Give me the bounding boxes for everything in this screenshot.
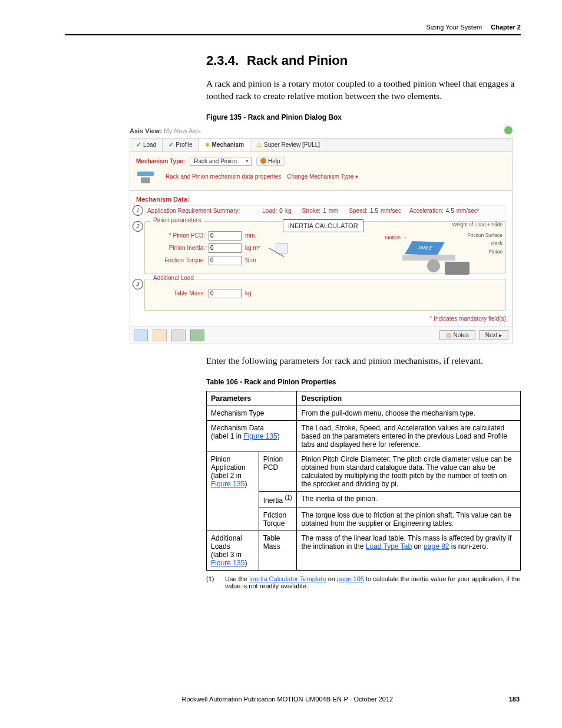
cell-mech-type-desc: From the pull-down menu, choose the mech… — [297, 406, 521, 420]
header-chapter: Chapter 2 — [491, 24, 521, 31]
callout-bullet-2: 2 — [133, 221, 143, 232]
cell-pinion-pcd-desc: Pinion Pitch Circle Diameter. The pitch … — [297, 452, 521, 491]
footnote-text: Use the Inertia Calculator Template on p… — [225, 575, 521, 589]
section-title: Rack and Pinion — [247, 53, 348, 68]
pcd-input[interactable] — [209, 231, 242, 241]
inertia-calc-button[interactable] — [276, 243, 287, 253]
dia-pinion — [427, 259, 440, 272]
notes-icon: ▤ — [446, 332, 451, 338]
table-mass-label: Table Mass: — [151, 290, 205, 297]
dia-motor — [445, 262, 470, 275]
addload-legend: Additional Load — [151, 275, 196, 281]
toolbar-icon-3[interactable] — [171, 330, 186, 341]
dia-label-pinion: Pinion — [488, 249, 503, 255]
footer-publication: Rockwell Automation Publication MOTION-U… — [181, 696, 393, 703]
table-caption: Table 106 - Rack and Pinion Properties — [206, 378, 521, 386]
tabs-bar: ✓Load ✓Profile ✱Mechanism ⚠Super Review … — [130, 138, 513, 152]
properties-table: Parameters Description Mechanism Type Fr… — [206, 391, 521, 571]
inertia-template-link[interactable]: Inertia Calculator Template — [249, 575, 326, 582]
mech-type-select[interactable]: Rack and Pinion — [190, 157, 252, 166]
friction-torque-unit: N-m — [245, 257, 269, 263]
pinion-legend: Pinion parameters — [151, 217, 203, 223]
toolbar-icon-4[interactable] — [190, 330, 204, 341]
mech-type-label: Mechanism Type: — [136, 158, 185, 164]
footer-page-number: 183 — [509, 696, 520, 703]
page-header: Sizing Your System Chapter 2 — [65, 24, 521, 35]
axis-view-label: Axis View: — [130, 127, 162, 134]
mandatory-note: * Indicates mandatory field(s) — [136, 315, 506, 322]
page-82-link[interactable]: page 82 — [424, 542, 449, 551]
section-heading: 2.3.4.Rack and Pinion — [206, 53, 521, 68]
dia-label-weight: Weight of Load + Slide — [452, 222, 503, 228]
load-type-tab-link[interactable]: Load Type Tab — [366, 542, 412, 551]
cell-pinion-app: Pinion Application (label 2 in Figure 13… — [207, 452, 259, 531]
requirement-summary-row: Application Requirement Summary: Load: 0… — [144, 205, 506, 216]
cell-mech-data-desc: The Load, Stroke, Speed, and Acceleratio… — [297, 420, 521, 452]
cell-friction-torque-desc: The torque loss due to friction at the p… — [297, 508, 521, 531]
pcd-label: * Pinion PCD: — [151, 232, 205, 239]
tab-mechanism[interactable]: ✱Mechanism — [199, 139, 250, 151]
tab-load[interactable]: ✓Load — [130, 139, 163, 151]
warn-icon: ⚠ — [256, 141, 262, 148]
notes-button[interactable]: ▤Notes — [439, 330, 475, 340]
inertia-calc-callout: INERTIA CALCULATOR — [283, 219, 363, 232]
figure135-link-3[interactable]: Figure 135 — [211, 559, 244, 567]
intro-paragraph: A rack and pinion is a rotary motor coup… — [206, 78, 521, 103]
cell-pinion-pcd: Pinion PCD — [259, 452, 297, 491]
axis-view-row: Axis View: My New Axis — [130, 126, 513, 136]
mechanism-data-panel: Mechanism Data: 1 Application Requiremen… — [130, 191, 513, 327]
toolbar-icon-1[interactable] — [134, 330, 148, 341]
dia-label-rack: Rack — [491, 241, 503, 246]
inertia-unit: kg·m² — [245, 245, 269, 251]
cell-table-mass-desc: The mass of the linear load table. This … — [297, 531, 521, 570]
figure135-link-2[interactable]: Figure 135 — [211, 480, 244, 488]
cell-mech-type: Mechanism Type — [207, 406, 297, 420]
table-mass-unit: kg — [245, 290, 269, 297]
mech-data-heading: Mechanism Data: — [136, 196, 506, 203]
mech-desc: Rack and Pinion mechanism data propertie… — [166, 173, 281, 180]
pinion-parameters-group: Pinion parameters INERTIA CALCULATOR Mot… — [144, 221, 506, 274]
cell-friction-torque: Friction Torque — [259, 508, 297, 531]
page-105-link[interactable]: page 105 — [337, 575, 364, 582]
pcd-unit: mm — [245, 232, 269, 239]
inertia-label: Pinion Inertia: — [151, 245, 205, 251]
help-bubble-icon — [260, 158, 266, 164]
additional-load-group: Additional Load Table Mass: kg — [144, 279, 506, 311]
figure-caption: Figure 135 - Rack and Pinion Dialog Box — [206, 113, 521, 121]
table-mass-input[interactable] — [209, 289, 242, 298]
cell-inertia-desc: The inertia of the pinion. — [297, 491, 521, 508]
toolbar-icon-2[interactable] — [153, 330, 167, 341]
friction-torque-label: Friction Torque: — [151, 257, 205, 263]
footnote-num: (1) — [206, 575, 219, 589]
next-button[interactable]: Next ▸ — [479, 330, 508, 340]
dialog-screenshot: Axis View: My New Axis ✓Load ✓Profile ✱M… — [130, 126, 513, 344]
mechanism-panel: Mechanism Type: Rack and Pinion Help Rac… — [130, 152, 513, 191]
friction-torque-input[interactable] — [209, 256, 242, 265]
page-footer: Rockwell Automation Publication MOTION-U… — [65, 696, 521, 703]
after-shot-paragraph: Enter the following parameters for rack … — [206, 355, 521, 367]
header-section: Sizing Your System — [426, 24, 482, 31]
help-button[interactable]: Help — [256, 157, 285, 166]
callout-bullet-3: 3 — [133, 279, 143, 289]
check-icon: ✓ — [136, 141, 141, 148]
change-mech-type-link[interactable]: Change Mechanism Type — [287, 173, 358, 180]
check-icon: ✓ — [168, 141, 173, 148]
figure135-link[interactable]: Figure 135 — [243, 432, 277, 440]
callout-bullet-1: 1 — [133, 205, 143, 216]
bottom-toolbar: ▤Notes Next ▸ — [130, 327, 513, 344]
summary-label: Application Requirement Summary: — [147, 207, 240, 214]
section-number: 2.3.4. — [206, 53, 239, 68]
mechanism-icon — [136, 169, 160, 185]
cell-inertia: Inertia (1) — [259, 491, 297, 508]
dia-table: TABLE — [405, 241, 445, 255]
toolbar-icons — [134, 330, 204, 341]
inertia-input[interactable] — [209, 243, 242, 253]
cell-mech-data: Mechanism Data (label 1 in Figure 135) — [207, 420, 297, 452]
tab-super-review[interactable]: ⚠Super Review [FULL] — [250, 139, 326, 151]
th-description: Description — [297, 391, 521, 406]
tab-profile[interactable]: ✓Profile — [163, 139, 199, 151]
help-icon[interactable] — [504, 126, 513, 134]
dia-rack — [402, 255, 455, 261]
th-parameters: Parameters — [207, 391, 297, 406]
star-icon: ✱ — [205, 141, 210, 148]
